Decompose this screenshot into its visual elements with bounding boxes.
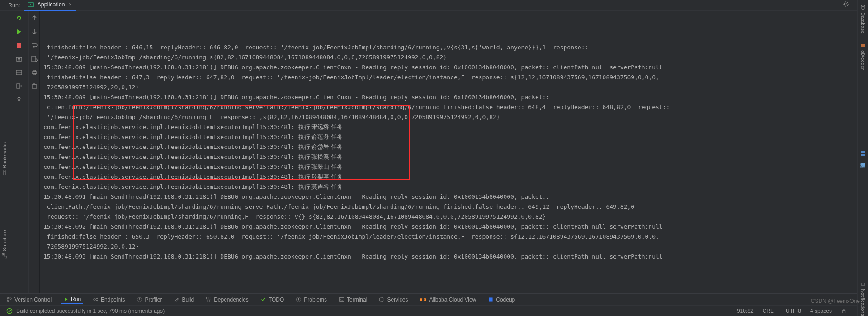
svg-rect-15	[16, 57, 22, 61]
run-icon[interactable]	[15, 28, 23, 35]
svg-point-1	[844, 3, 847, 5]
database-label: Database	[860, 12, 866, 34]
problems-toolwindow[interactable]: Problems	[294, 296, 329, 304]
database-icon	[860, 5, 866, 10]
aliyun-icon	[420, 297, 427, 302]
todo-label: TODO	[269, 297, 284, 303]
terminal-toolwindow[interactable]: Terminal	[337, 296, 369, 304]
svg-rect-58	[863, 154, 865, 156]
endpoints-toolwindow[interactable]: Endpoints	[91, 296, 127, 304]
notifications-toolwindow[interactable]: Notifications	[860, 281, 866, 316]
codeup-toolwindow[interactable]: Codeup	[486, 296, 517, 304]
build-label: Build	[182, 297, 194, 303]
camera-icon[interactable]	[15, 55, 23, 62]
app-panel-cn[interactable]: 应用管理器	[859, 151, 866, 158]
svg-point-33	[94, 298, 96, 301]
services-toolwindow[interactable]: Services	[377, 296, 410, 304]
status-bar: Build completed successfully in 1 sec, 7…	[0, 305, 868, 316]
bell-icon	[860, 281, 866, 287]
exit-icon[interactable]	[15, 82, 23, 90]
console-line: 72058919975124992,20,0,12}	[43, 242, 864, 252]
run-label: Run	[71, 296, 81, 302]
svg-rect-41	[207, 297, 208, 299]
hammer-icon	[174, 297, 179, 302]
bottom-toolbar: Version Control Run Endpoints Profiler B…	[0, 293, 868, 305]
console-line: clientPath:/feenix-job/FeenixJobImpl/sha…	[43, 102, 864, 112]
console-line: clientPath:/feenix-job/FeenixJobImpl/sha…	[43, 202, 864, 212]
svg-point-30	[7, 297, 9, 299]
file-encoding[interactable]: UTF-8	[786, 308, 801, 314]
profiler-toolwindow[interactable]: Profiler	[135, 296, 164, 304]
structure-icon	[2, 253, 7, 258]
print-icon[interactable]	[31, 69, 38, 76]
run-tab-application[interactable]: Application ×	[24, 0, 76, 11]
rerun-icon[interactable]	[15, 14, 23, 22]
svg-point-16	[18, 58, 19, 60]
close-icon[interactable]: ×	[68, 1, 73, 8]
notif-label: Notifications	[860, 289, 866, 316]
indent-setting[interactable]: 4 spaces	[810, 308, 832, 314]
svg-rect-55	[861, 151, 863, 153]
console-line: 15:30:48.091 [main-SendThread(192.168.0.…	[43, 192, 864, 202]
stop-icon[interactable]	[15, 42, 23, 49]
svg-rect-43	[208, 300, 209, 302]
console-line: 15:30:48.093 [main-SendThread(192.168.0.…	[43, 252, 864, 262]
bookmarks-label: Bookmarks	[2, 142, 7, 168]
console-line: com.feenix.elasticjob.service.impl.Feeni…	[43, 142, 864, 152]
console-line: request:: '/feenix-job/FeenixJobImpl/sha…	[43, 212, 864, 222]
codeup-label: Codeup	[496, 297, 515, 303]
soft-wrap-icon[interactable]	[31, 42, 38, 49]
codeup-icon	[488, 297, 494, 302]
dependencies-toolwindow[interactable]: Dependencies	[204, 296, 250, 304]
console-output[interactable]: finished:false header:: 646,15 replyHead…	[40, 11, 868, 293]
console-line: '/feenix-job/FeenixJobImpl/sharding/6/ru…	[43, 53, 864, 62]
todo-icon	[260, 297, 266, 302]
deps-icon	[206, 297, 212, 302]
todo-toolwindow[interactable]: TODO	[259, 296, 286, 304]
clear-icon[interactable]	[31, 82, 38, 90]
lock-icon[interactable]	[841, 308, 847, 314]
svg-point-35	[97, 300, 98, 301]
bookmarks-toolwindow[interactable]: Bookmarks	[2, 142, 7, 176]
gear-icon[interactable]	[843, 1, 849, 7]
svg-rect-17	[18, 57, 19, 57]
svg-rect-56	[863, 151, 865, 153]
svg-rect-48	[489, 297, 493, 301]
layout-icon[interactable]	[15, 69, 23, 76]
status-ok-icon	[6, 308, 13, 314]
caret-position[interactable]: 910:82	[737, 308, 754, 314]
svg-rect-27	[33, 85, 36, 89]
bookmark-icon	[2, 170, 7, 176]
svg-line-7	[847, 5, 848, 6]
svg-line-8	[844, 5, 844, 6]
build-toolwindow[interactable]: Build	[172, 296, 196, 304]
aliyun-label: Alibaba Cloud View	[429, 297, 476, 303]
console-line: finished:false header:: 646,15 replyHead…	[43, 43, 864, 53]
structure-toolwindow[interactable]: Structure	[2, 230, 7, 259]
vcs-toolwindow[interactable]: Version Control	[5, 296, 53, 304]
console-line: 15:30:48.092 [main-SendThread(192.168.0.…	[43, 222, 864, 232]
console-line: com.feenix.elasticjob.service.impl.Feeni…	[43, 172, 864, 182]
aixcoder-toolwindow[interactable]: aiXcoder	[860, 43, 866, 70]
scroll-end-icon[interactable]	[31, 55, 38, 62]
aliyun-toolwindow[interactable]: Alibaba Cloud View	[418, 296, 478, 304]
run-tab-bar: Run: Application ×	[0, 0, 868, 11]
up-icon[interactable]	[31, 14, 38, 22]
services-icon	[379, 297, 385, 302]
down-icon[interactable]	[31, 28, 38, 35]
database-toolwindow[interactable]: Database	[860, 5, 866, 34]
console-line: 15:30:48.089 [main-SendThread(192.168.0.…	[43, 92, 864, 102]
console-line: finished:false header:: 647,3 replyHeade…	[43, 72, 864, 82]
console-line: com.feenix.elasticjob.service.impl.Feeni…	[43, 152, 864, 162]
watermark: CSDN @FeenixOne	[811, 298, 860, 304]
problems-icon	[296, 297, 302, 302]
line-separator[interactable]: CRLF	[763, 308, 777, 314]
run-toolwindow[interactable]: Run	[61, 295, 83, 304]
aix-label: aiXcoder	[860, 50, 866, 70]
aix-icon	[860, 43, 866, 48]
run-toolbar-col2	[29, 11, 40, 293]
pin-icon[interactable]	[15, 96, 23, 103]
console-line: '/feenix-job/FeenixJobImpl/sharding/6/ru…	[43, 112, 864, 122]
svg-point-31	[7, 300, 9, 302]
console-line: com.feenix.elasticjob.service.impl.Feeni…	[43, 122, 864, 132]
